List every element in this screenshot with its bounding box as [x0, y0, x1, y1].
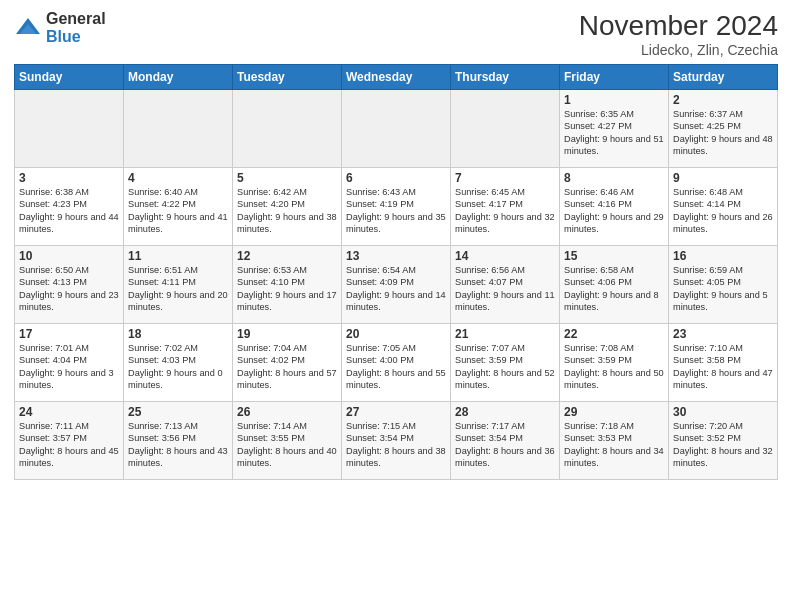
- day-number: 8: [564, 171, 664, 185]
- day-number: 28: [455, 405, 555, 419]
- header-day-wednesday: Wednesday: [342, 65, 451, 90]
- day-info: Sunrise: 6:53 AM Sunset: 4:10 PM Dayligh…: [237, 264, 337, 314]
- calendar-body: 1Sunrise: 6:35 AM Sunset: 4:27 PM Daylig…: [15, 90, 778, 480]
- day-info: Sunrise: 6:38 AM Sunset: 4:23 PM Dayligh…: [19, 186, 119, 236]
- day-info: Sunrise: 7:01 AM Sunset: 4:04 PM Dayligh…: [19, 342, 119, 392]
- logo: General Blue: [14, 10, 106, 45]
- day-info: Sunrise: 7:18 AM Sunset: 3:53 PM Dayligh…: [564, 420, 664, 470]
- day-info: Sunrise: 6:42 AM Sunset: 4:20 PM Dayligh…: [237, 186, 337, 236]
- day-cell: 16Sunrise: 6:59 AM Sunset: 4:05 PM Dayli…: [669, 246, 778, 324]
- day-number: 19: [237, 327, 337, 341]
- day-number: 20: [346, 327, 446, 341]
- day-number: 14: [455, 249, 555, 263]
- calendar-title: November 2024: [579, 10, 778, 42]
- day-number: 23: [673, 327, 773, 341]
- day-number: 30: [673, 405, 773, 419]
- day-info: Sunrise: 6:43 AM Sunset: 4:19 PM Dayligh…: [346, 186, 446, 236]
- day-cell: 27Sunrise: 7:15 AM Sunset: 3:54 PM Dayli…: [342, 402, 451, 480]
- day-number: 24: [19, 405, 119, 419]
- day-cell: 17Sunrise: 7:01 AM Sunset: 4:04 PM Dayli…: [15, 324, 124, 402]
- page: General Blue November 2024 Lidecko, Zlin…: [0, 0, 792, 612]
- day-number: 15: [564, 249, 664, 263]
- day-cell: 7Sunrise: 6:45 AM Sunset: 4:17 PM Daylig…: [451, 168, 560, 246]
- day-cell: 5Sunrise: 6:42 AM Sunset: 4:20 PM Daylig…: [233, 168, 342, 246]
- day-cell: [15, 90, 124, 168]
- day-cell: 19Sunrise: 7:04 AM Sunset: 4:02 PM Dayli…: [233, 324, 342, 402]
- logo-general: General: [46, 10, 106, 28]
- header-day-tuesday: Tuesday: [233, 65, 342, 90]
- day-number: 29: [564, 405, 664, 419]
- day-number: 17: [19, 327, 119, 341]
- week-row-4: 17Sunrise: 7:01 AM Sunset: 4:04 PM Dayli…: [15, 324, 778, 402]
- day-number: 7: [455, 171, 555, 185]
- day-number: 4: [128, 171, 228, 185]
- day-cell: 18Sunrise: 7:02 AM Sunset: 4:03 PM Dayli…: [124, 324, 233, 402]
- header-day-thursday: Thursday: [451, 65, 560, 90]
- day-cell: 22Sunrise: 7:08 AM Sunset: 3:59 PM Dayli…: [560, 324, 669, 402]
- day-info: Sunrise: 7:14 AM Sunset: 3:55 PM Dayligh…: [237, 420, 337, 470]
- day-number: 16: [673, 249, 773, 263]
- day-cell: 8Sunrise: 6:46 AM Sunset: 4:16 PM Daylig…: [560, 168, 669, 246]
- day-cell: [233, 90, 342, 168]
- day-info: Sunrise: 6:48 AM Sunset: 4:14 PM Dayligh…: [673, 186, 773, 236]
- day-cell: 20Sunrise: 7:05 AM Sunset: 4:00 PM Dayli…: [342, 324, 451, 402]
- day-number: 2: [673, 93, 773, 107]
- day-info: Sunrise: 6:50 AM Sunset: 4:13 PM Dayligh…: [19, 264, 119, 314]
- day-number: 6: [346, 171, 446, 185]
- day-cell: 12Sunrise: 6:53 AM Sunset: 4:10 PM Dayli…: [233, 246, 342, 324]
- day-info: Sunrise: 6:40 AM Sunset: 4:22 PM Dayligh…: [128, 186, 228, 236]
- logo-blue: Blue: [46, 28, 106, 46]
- day-info: Sunrise: 6:59 AM Sunset: 4:05 PM Dayligh…: [673, 264, 773, 314]
- calendar-table: SundayMondayTuesdayWednesdayThursdayFrid…: [14, 64, 778, 480]
- day-number: 27: [346, 405, 446, 419]
- day-number: 3: [19, 171, 119, 185]
- day-cell: [124, 90, 233, 168]
- header-day-monday: Monday: [124, 65, 233, 90]
- header-day-saturday: Saturday: [669, 65, 778, 90]
- day-cell: 1Sunrise: 6:35 AM Sunset: 4:27 PM Daylig…: [560, 90, 669, 168]
- day-cell: 14Sunrise: 6:56 AM Sunset: 4:07 PM Dayli…: [451, 246, 560, 324]
- day-info: Sunrise: 6:37 AM Sunset: 4:25 PM Dayligh…: [673, 108, 773, 158]
- day-info: Sunrise: 7:04 AM Sunset: 4:02 PM Dayligh…: [237, 342, 337, 392]
- day-info: Sunrise: 6:58 AM Sunset: 4:06 PM Dayligh…: [564, 264, 664, 314]
- day-cell: 15Sunrise: 6:58 AM Sunset: 4:06 PM Dayli…: [560, 246, 669, 324]
- day-cell: 24Sunrise: 7:11 AM Sunset: 3:57 PM Dayli…: [15, 402, 124, 480]
- day-cell: 2Sunrise: 6:37 AM Sunset: 4:25 PM Daylig…: [669, 90, 778, 168]
- day-number: 1: [564, 93, 664, 107]
- day-cell: 3Sunrise: 6:38 AM Sunset: 4:23 PM Daylig…: [15, 168, 124, 246]
- header-day-friday: Friday: [560, 65, 669, 90]
- week-row-3: 10Sunrise: 6:50 AM Sunset: 4:13 PM Dayli…: [15, 246, 778, 324]
- day-info: Sunrise: 7:05 AM Sunset: 4:00 PM Dayligh…: [346, 342, 446, 392]
- day-cell: 23Sunrise: 7:10 AM Sunset: 3:58 PM Dayli…: [669, 324, 778, 402]
- day-info: Sunrise: 7:07 AM Sunset: 3:59 PM Dayligh…: [455, 342, 555, 392]
- day-number: 10: [19, 249, 119, 263]
- day-cell: [451, 90, 560, 168]
- day-info: Sunrise: 7:10 AM Sunset: 3:58 PM Dayligh…: [673, 342, 773, 392]
- day-info: Sunrise: 7:13 AM Sunset: 3:56 PM Dayligh…: [128, 420, 228, 470]
- day-number: 26: [237, 405, 337, 419]
- day-cell: 21Sunrise: 7:07 AM Sunset: 3:59 PM Dayli…: [451, 324, 560, 402]
- header: General Blue November 2024 Lidecko, Zlin…: [14, 10, 778, 58]
- day-cell: [342, 90, 451, 168]
- week-row-2: 3Sunrise: 6:38 AM Sunset: 4:23 PM Daylig…: [15, 168, 778, 246]
- calendar-header: SundayMondayTuesdayWednesdayThursdayFrid…: [15, 65, 778, 90]
- day-cell: 9Sunrise: 6:48 AM Sunset: 4:14 PM Daylig…: [669, 168, 778, 246]
- day-number: 25: [128, 405, 228, 419]
- title-block: November 2024 Lidecko, Zlin, Czechia: [579, 10, 778, 58]
- day-info: Sunrise: 7:08 AM Sunset: 3:59 PM Dayligh…: [564, 342, 664, 392]
- day-info: Sunrise: 7:20 AM Sunset: 3:52 PM Dayligh…: [673, 420, 773, 470]
- calendar-subtitle: Lidecko, Zlin, Czechia: [579, 42, 778, 58]
- day-number: 11: [128, 249, 228, 263]
- day-cell: 6Sunrise: 6:43 AM Sunset: 4:19 PM Daylig…: [342, 168, 451, 246]
- day-info: Sunrise: 6:45 AM Sunset: 4:17 PM Dayligh…: [455, 186, 555, 236]
- day-cell: 29Sunrise: 7:18 AM Sunset: 3:53 PM Dayli…: [560, 402, 669, 480]
- day-info: Sunrise: 6:46 AM Sunset: 4:16 PM Dayligh…: [564, 186, 664, 236]
- day-cell: 28Sunrise: 7:17 AM Sunset: 3:54 PM Dayli…: [451, 402, 560, 480]
- logo-text: General Blue: [46, 10, 106, 45]
- week-row-5: 24Sunrise: 7:11 AM Sunset: 3:57 PM Dayli…: [15, 402, 778, 480]
- day-number: 22: [564, 327, 664, 341]
- day-info: Sunrise: 7:15 AM Sunset: 3:54 PM Dayligh…: [346, 420, 446, 470]
- day-cell: 25Sunrise: 7:13 AM Sunset: 3:56 PM Dayli…: [124, 402, 233, 480]
- day-cell: 26Sunrise: 7:14 AM Sunset: 3:55 PM Dayli…: [233, 402, 342, 480]
- day-info: Sunrise: 6:56 AM Sunset: 4:07 PM Dayligh…: [455, 264, 555, 314]
